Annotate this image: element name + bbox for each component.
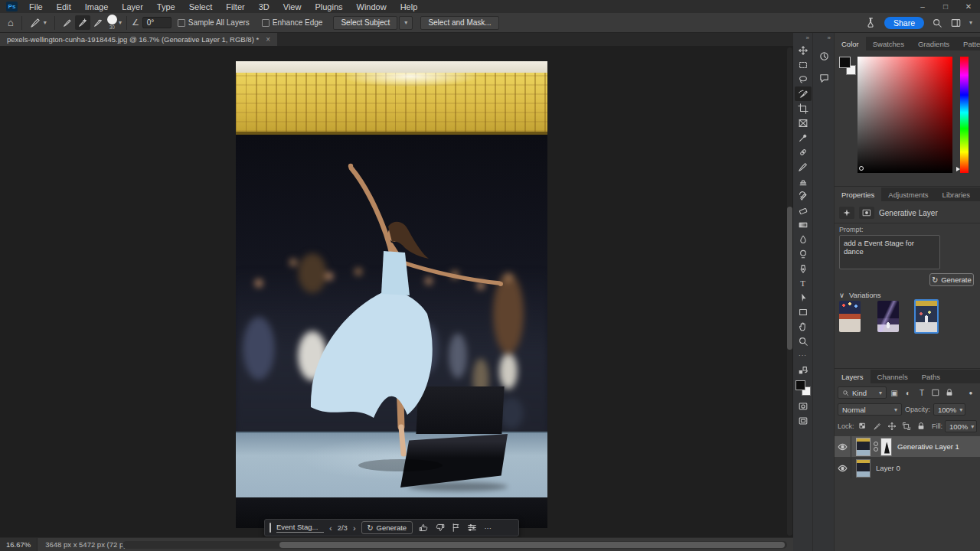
hue-slider[interactable] bbox=[960, 57, 969, 173]
marquee-tool[interactable] bbox=[795, 57, 812, 72]
filter-shape-layers-icon[interactable] bbox=[929, 386, 942, 399]
tab-patterns[interactable]: Patterns bbox=[956, 37, 980, 51]
edit-toolbar-button[interactable]: ··· bbox=[795, 348, 812, 363]
menu-edit[interactable]: Edit bbox=[50, 2, 78, 11]
vertical-scrollbar[interactable] bbox=[787, 47, 792, 536]
eyedropper-tool[interactable] bbox=[795, 130, 812, 145]
clone-stamp-tool[interactable] bbox=[795, 174, 812, 188]
layer-visibility-toggle[interactable] bbox=[835, 436, 851, 457]
taskbar-generate-button[interactable]: ↻ Generate bbox=[361, 521, 413, 534]
layer-thumbnail[interactable] bbox=[856, 459, 871, 478]
photoshop-logo[interactable]: Ps bbox=[6, 2, 18, 11]
move-tool[interactable] bbox=[795, 43, 812, 57]
menu-type[interactable]: Type bbox=[150, 2, 182, 11]
crop-tool[interactable] bbox=[795, 101, 812, 116]
generate-button[interactable]: ↻ Generate bbox=[929, 273, 974, 286]
brush-angle-field[interactable]: 0° bbox=[142, 17, 172, 28]
eraser-tool[interactable] bbox=[795, 203, 812, 217]
layer-name[interactable]: Layer 0 bbox=[876, 464, 900, 472]
quick-mask-button[interactable] bbox=[795, 399, 812, 413]
subtract-selection-mode-button[interactable] bbox=[90, 15, 106, 30]
tab-channels[interactable]: Channels bbox=[871, 370, 915, 383]
path-select-tool[interactable] bbox=[795, 290, 812, 305]
menu-plugins[interactable]: Plugins bbox=[308, 2, 349, 11]
add-selection-mode-button[interactable] bbox=[75, 15, 90, 30]
foreground-background-swatches[interactable] bbox=[795, 380, 811, 396]
history-panel-button[interactable] bbox=[815, 47, 832, 64]
menu-filter[interactable]: Filter bbox=[219, 2, 251, 11]
flag-report-icon[interactable] bbox=[450, 523, 461, 533]
filter-smart-objects-icon[interactable] bbox=[943, 386, 956, 399]
vertical-scrollbar-thumb[interactable] bbox=[787, 207, 792, 350]
zoom-level-field[interactable]: 16.67% bbox=[0, 538, 38, 551]
brush-tool[interactable] bbox=[795, 159, 812, 174]
taskbar-prompt-field[interactable]: Event Stag... bbox=[276, 523, 324, 533]
filter-kind-dropdown[interactable]: Kind ▾ bbox=[838, 386, 887, 399]
tab-properties[interactable]: Properties bbox=[835, 187, 881, 201]
layer-mask-thumbnail[interactable] bbox=[880, 438, 892, 456]
thumbs-down-icon[interactable] bbox=[434, 523, 445, 533]
menu-file[interactable]: File bbox=[22, 2, 50, 11]
foreground-color-swatch[interactable] bbox=[795, 380, 805, 390]
settings-sliders-icon[interactable] bbox=[466, 523, 477, 533]
color-panel-swatches[interactable] bbox=[839, 57, 856, 75]
menu-layer[interactable]: Layer bbox=[115, 2, 150, 11]
history-brush-tool[interactable] bbox=[795, 188, 812, 203]
menu-image[interactable]: Image bbox=[78, 2, 116, 11]
fill-dropdown[interactable]: 100% ▾ bbox=[945, 420, 977, 432]
document-image[interactable] bbox=[236, 61, 547, 528]
menu-help[interactable]: Help bbox=[394, 2, 425, 11]
gradient-tool[interactable] bbox=[795, 217, 812, 232]
default-swap-colors-button[interactable] bbox=[795, 363, 812, 377]
share-button[interactable]: Share bbox=[884, 17, 924, 29]
enhance-edge-checkbox[interactable]: Enhance Edge bbox=[262, 18, 323, 27]
lasso-tool[interactable] bbox=[795, 72, 812, 86]
lock-position-icon[interactable] bbox=[886, 420, 898, 432]
blend-mode-dropdown[interactable]: Normal ▾ bbox=[838, 403, 902, 416]
lock-artboard-icon[interactable] bbox=[900, 420, 913, 432]
dock-collapse-icon[interactable]: » bbox=[828, 34, 834, 43]
rectangle-tool[interactable] bbox=[795, 305, 812, 319]
mask-link-icon[interactable] bbox=[872, 442, 879, 452]
toolbar-collapse-icon[interactable]: » bbox=[806, 34, 812, 43]
previous-variation-button[interactable]: ‹ bbox=[329, 523, 332, 533]
workspace-switcher-icon[interactable] bbox=[950, 18, 962, 28]
maximize-button[interactable]: □ bbox=[934, 2, 957, 11]
layer-row-generative[interactable]: Generative Layer 1 bbox=[835, 436, 980, 457]
tab-layers[interactable]: Layers bbox=[835, 370, 871, 383]
select-and-mask-button[interactable]: Select and Mask... bbox=[420, 16, 498, 30]
select-subject-button[interactable]: Select Subject bbox=[333, 16, 397, 30]
layer-visibility-toggle[interactable] bbox=[835, 458, 851, 478]
opacity-dropdown[interactable]: 100% ▾ bbox=[933, 403, 965, 416]
tab-gradients[interactable]: Gradients bbox=[911, 37, 956, 51]
close-button[interactable]: ✕ bbox=[957, 2, 980, 11]
layer-name[interactable]: Generative Layer 1 bbox=[897, 442, 959, 451]
layer-thumbnail[interactable] bbox=[856, 438, 871, 456]
tab-adjustments[interactable]: Adjustments bbox=[881, 187, 935, 201]
tab-close-icon[interactable]: × bbox=[266, 35, 270, 44]
horizontal-scrollbar-thumb[interactable] bbox=[279, 542, 785, 548]
filter-pixel-layers-icon[interactable]: ▣ bbox=[888, 386, 900, 399]
color-picker-cursor[interactable] bbox=[859, 166, 864, 171]
menu-window[interactable]: Window bbox=[350, 2, 394, 11]
variations-header[interactable]: ∨ Variations bbox=[839, 291, 881, 299]
filter-toggle-icon[interactable]: ● bbox=[965, 386, 977, 399]
tool-preset-picker[interactable]: ▾ bbox=[27, 15, 50, 30]
lock-transparency-icon[interactable] bbox=[857, 420, 869, 432]
beta-flask-icon[interactable] bbox=[865, 17, 877, 28]
pen-tool[interactable] bbox=[795, 261, 812, 276]
selection-brush-tool[interactable] bbox=[795, 86, 812, 101]
horizontal-scrollbar[interactable] bbox=[122, 541, 787, 549]
tab-swatches[interactable]: Swatches bbox=[866, 37, 911, 51]
filter-type-layers-icon[interactable]: T bbox=[916, 386, 928, 399]
lock-pixels-icon[interactable] bbox=[871, 420, 884, 432]
sample-all-layers-checkbox[interactable]: Sample All Layers bbox=[178, 18, 250, 27]
tab-color[interactable]: Color bbox=[835, 37, 866, 51]
type-tool[interactable]: T bbox=[795, 276, 812, 290]
menu-3d[interactable]: 3D bbox=[252, 2, 276, 11]
new-selection-mode-button[interactable] bbox=[60, 15, 75, 30]
menu-view[interactable]: View bbox=[276, 2, 309, 11]
filter-adjustment-layers-icon[interactable]: ◐ bbox=[902, 386, 914, 399]
layer-row-background[interactable]: Layer 0 bbox=[835, 458, 980, 478]
chevron-down-icon[interactable]: ▾ bbox=[969, 19, 972, 26]
